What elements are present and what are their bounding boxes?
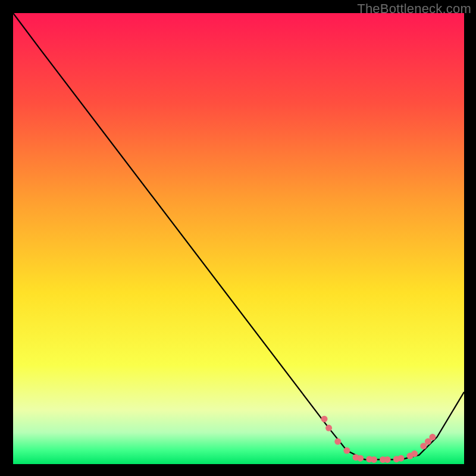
marker-dot — [334, 439, 341, 445]
marker-dot — [325, 425, 332, 431]
chart-svg — [13, 13, 464, 464]
chart-frame: TheBottleneck.com — [0, 0, 476, 476]
marker-dot — [321, 416, 328, 422]
marker-dot — [397, 455, 404, 462]
marker-dot — [343, 447, 350, 454]
plot-area — [13, 13, 464, 464]
marker-dot — [371, 456, 377, 463]
marker-dot — [384, 456, 391, 463]
marker-dot — [411, 450, 418, 457]
marker-dot — [357, 455, 364, 462]
watermark-text: TheBottleneck.com — [357, 1, 471, 17]
marker-dot — [429, 434, 436, 440]
plot-background — [13, 13, 464, 464]
